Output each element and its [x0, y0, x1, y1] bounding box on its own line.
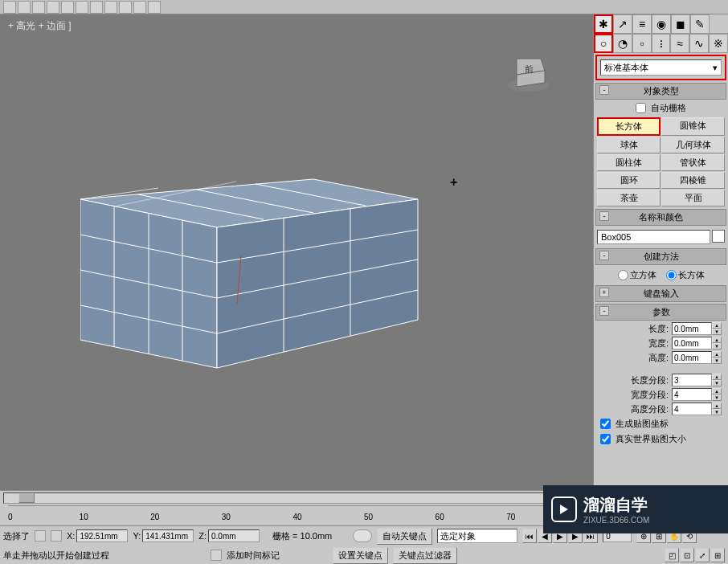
collapse-icon[interactable]: - — [599, 211, 609, 221]
gen-uv-checkbox[interactable] — [600, 419, 611, 429]
params-header[interactable]: - 参数 — [595, 304, 726, 321]
tool-icon[interactable] — [47, 1, 59, 14]
spacewarps-tab[interactable]: ∿ — [689, 34, 709, 53]
spinner-up-icon[interactable]: ▲ — [712, 337, 722, 343]
spinner-up-icon[interactable]: ▲ — [712, 351, 722, 358]
box-radio-option[interactable]: 长方体 — [666, 269, 705, 281]
height-spinner[interactable]: ▲▼ — [672, 351, 722, 364]
teapot-button[interactable]: 茶壶 — [597, 190, 661, 206]
key-toggle-icon[interactable] — [353, 529, 372, 542]
name-color-header[interactable]: - 名称和颜色 — [595, 209, 726, 226]
setkey-button[interactable]: 设置关键点 — [333, 547, 388, 564]
collapse-icon[interactable]: - — [599, 251, 609, 260]
spinner-down-icon[interactable]: ▼ — [712, 394, 722, 401]
create-method-header[interactable]: - 创建方法 — [595, 248, 726, 265]
tool-icon[interactable] — [90, 1, 103, 14]
object-name-input[interactable]: Box005 — [597, 230, 710, 244]
box-object[interactable] — [80, 159, 426, 376]
wseg-input[interactable] — [672, 388, 712, 401]
lseg-spinner[interactable]: ▲▼ — [672, 374, 722, 386]
tool-icon[interactable] — [119, 1, 132, 14]
keyfilter-button[interactable]: 关键点过滤器 — [393, 547, 457, 564]
display-tab[interactable]: ◼ — [671, 14, 690, 34]
spinner-down-icon[interactable]: ▼ — [712, 380, 722, 386]
length-input[interactable] — [672, 322, 712, 335]
y-input[interactable] — [142, 529, 194, 542]
tool-icon[interactable] — [32, 1, 45, 14]
sphere-button[interactable]: 球体 — [597, 137, 661, 153]
nav-icon[interactable]: ⊞ — [710, 548, 725, 562]
shapes-tab[interactable]: ◔ — [613, 34, 632, 53]
cube-radio[interactable] — [618, 270, 628, 280]
x-input[interactable] — [76, 529, 128, 542]
hierarchy-tab[interactable]: ≡ — [632, 14, 652, 34]
spinner-down-icon[interactable]: ▼ — [712, 343, 722, 349]
plane-button[interactable]: 平面 — [661, 190, 725, 206]
box-button[interactable]: 长方体 — [597, 117, 661, 136]
add-tag-label[interactable]: 添加时间标记 — [227, 550, 280, 562]
autogrid-checkbox[interactable] — [636, 103, 646, 113]
category-dropdown[interactable]: 标准基本体 ▾ — [600, 59, 722, 76]
tool-icon[interactable] — [3, 1, 16, 14]
spinner-down-icon[interactable]: ▼ — [712, 358, 722, 364]
geosphere-button[interactable]: 几何球体 — [661, 137, 725, 153]
object-color-swatch[interactable] — [712, 230, 725, 243]
nav-icon[interactable]: ⤢ — [695, 548, 710, 562]
tool-icon[interactable] — [18, 1, 31, 14]
tool-icon[interactable] — [133, 1, 146, 14]
width-input[interactable] — [672, 337, 712, 349]
hseg-spinner[interactable]: ▲▼ — [672, 403, 722, 415]
wseg-spinner[interactable]: ▲▼ — [672, 388, 722, 401]
keyboard-input-header[interactable]: + 键盘输入 — [595, 285, 726, 302]
tool-icon[interactable] — [76, 1, 88, 14]
spinner-up-icon[interactable]: ▲ — [712, 388, 722, 394]
goto-start-icon[interactable]: ⏮ — [522, 529, 537, 543]
time-thumb[interactable] — [18, 493, 35, 503]
tag-icon[interactable] — [211, 550, 222, 561]
tool-icon[interactable] — [61, 1, 74, 14]
collapse-icon[interactable]: - — [599, 306, 609, 316]
pyramid-button[interactable]: 四棱锥 — [661, 172, 725, 189]
nav-icon[interactable]: ⊡ — [680, 548, 694, 562]
realworld-checkbox[interactable] — [600, 434, 611, 444]
length-spinner[interactable]: ▲▼ — [672, 322, 722, 335]
expand-icon[interactable]: + — [599, 288, 609, 297]
viewport-label[interactable]: + 高光 + 边面 ] — [8, 19, 72, 33]
width-spinner[interactable]: ▲▼ — [672, 337, 722, 349]
coord-icon[interactable] — [51, 530, 62, 542]
collapse-icon[interactable]: - — [599, 85, 609, 95]
modify-tab[interactable]: ↗ — [613, 14, 632, 34]
hseg-input[interactable] — [672, 403, 712, 415]
object-type-header[interactable]: - 对象类型 — [595, 83, 726, 100]
torus-button[interactable]: 圆环 — [597, 172, 661, 189]
spinner-down-icon[interactable]: ▼ — [712, 409, 722, 415]
autokey-button[interactable]: 自动关键点 — [377, 528, 432, 545]
selection-dropdown[interactable]: 选定对象 — [437, 529, 517, 543]
viewport[interactable]: + 高光 + 边面 ] — [0, 14, 593, 490]
cone-button[interactable]: 圆锥体 — [661, 117, 725, 136]
height-input[interactable] — [672, 351, 712, 364]
spinner-up-icon[interactable]: ▲ — [712, 374, 722, 380]
viewcube[interactable]: 前 — [505, 47, 553, 95]
tool-icon[interactable] — [148, 1, 161, 14]
cylinder-button[interactable]: 圆柱体 — [597, 154, 661, 171]
spinner-up-icon[interactable]: ▲ — [712, 403, 722, 409]
cameras-tab[interactable]: ⫶ — [652, 34, 671, 53]
lock-icon[interactable] — [35, 530, 46, 542]
spinner-up-icon[interactable]: ▲ — [712, 322, 722, 329]
motion-tab[interactable]: ◉ — [652, 14, 671, 34]
systems-tab[interactable]: ※ — [709, 34, 728, 53]
z-input[interactable] — [208, 529, 260, 542]
helpers-tab[interactable]: ≈ — [670, 34, 689, 53]
create-tab[interactable]: ✱ — [594, 14, 613, 34]
spinner-down-icon[interactable]: ▼ — [712, 329, 722, 335]
utilities-tab[interactable]: ✎ — [690, 14, 710, 34]
geometry-tab[interactable]: ○ — [594, 34, 613, 53]
box-radio[interactable] — [666, 270, 677, 280]
cube-radio-option[interactable]: 立方体 — [618, 269, 656, 281]
lseg-input[interactable] — [672, 374, 712, 386]
tube-button[interactable]: 管状体 — [661, 154, 725, 171]
lights-tab[interactable]: ▫ — [632, 34, 652, 53]
nav-icon[interactable]: ◰ — [665, 548, 679, 562]
tool-icon[interactable] — [104, 1, 117, 14]
